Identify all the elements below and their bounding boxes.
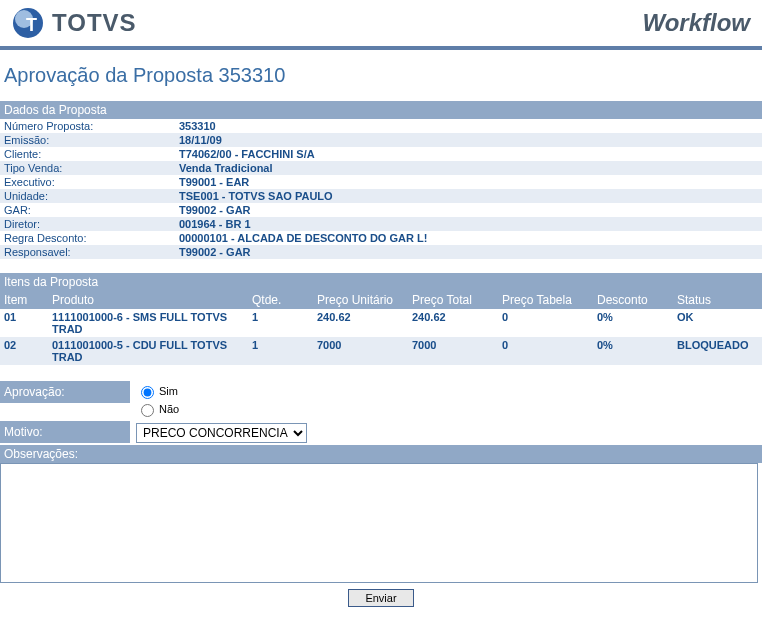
proposal-field-row: Responsavel:T99002 - GAR <box>0 245 762 259</box>
proposal-field-row: Número Proposta:353310 <box>0 119 762 133</box>
cell-produto: 0111001000-5 - CDU FULL TOTVS TRAD <box>48 337 248 365</box>
cell-preco_unitario: 7000 <box>313 337 408 365</box>
proposal-field-row: Regra Desconto:00000101 - ALCADA DE DESC… <box>0 231 762 245</box>
col-header-preco-unitario: Preço Unitário <box>313 291 408 309</box>
reason-label: Motivo: <box>0 421 130 443</box>
col-header-status: Status <box>673 291 758 309</box>
approval-label: Aprovação: <box>0 381 130 403</box>
cell-produto: 1111001000-6 - SMS FULL TOTVS TRAD <box>48 309 248 337</box>
proposal-field-label: Número Proposta: <box>0 119 175 133</box>
items-header-row: Item Produto Qtde. Preço Unitário Preço … <box>0 291 762 309</box>
brand-name: TOTVS <box>52 9 137 37</box>
reason-select[interactable]: PRECO CONCORRENCIA <box>136 423 307 443</box>
cell-preco_tabela: 0 <box>498 337 593 365</box>
proposal-field-label: GAR: <box>0 203 175 217</box>
approval-yes-option[interactable]: Sim <box>136 383 756 399</box>
cell-item: 02 <box>0 337 48 365</box>
approval-no-radio[interactable] <box>141 404 154 417</box>
items-body: 011111001000-6 - SMS FULL TOTVS TRAD1240… <box>0 309 762 365</box>
proposal-field-label: Cliente: <box>0 147 175 161</box>
proposal-field-label: Emissão: <box>0 133 175 147</box>
approval-no-text: Não <box>159 403 179 415</box>
proposal-field-value: 001964 - BR 1 <box>175 217 255 231</box>
proposal-field-label: Responsavel: <box>0 245 175 259</box>
cell-status: OK <box>673 309 758 337</box>
proposal-field-value: T99002 - GAR <box>175 203 255 217</box>
module-title: Workflow <box>642 9 750 37</box>
proposal-field-row: Unidade:TSE001 - TOTVS SAO PAULO <box>0 189 762 203</box>
submit-button[interactable]: Enviar <box>348 589 413 607</box>
observations-label: Observações: <box>0 445 762 463</box>
proposal-field-label: Regra Desconto: <box>0 231 175 245</box>
cell-desconto: 0% <box>593 309 673 337</box>
page-title: Aprovação da Proposta 353310 <box>0 50 762 101</box>
items-section-header: Itens da Proposta <box>0 273 762 291</box>
svg-text:T: T <box>26 15 37 35</box>
proposal-field-value: 00000101 - ALCADA DE DESCONTO DO GAR L! <box>175 231 431 245</box>
cell-status: BLOQUEADO <box>673 337 758 365</box>
col-header-qtde: Qtde. <box>248 291 313 309</box>
cell-preco_total: 240.62 <box>408 309 498 337</box>
proposal-field-row: Tipo Venda:Venda Tradicional <box>0 161 762 175</box>
cell-preco_tabela: 0 <box>498 309 593 337</box>
observations-textarea[interactable] <box>0 463 758 583</box>
proposal-field-value: TSE001 - TOTVS SAO PAULO <box>175 189 337 203</box>
col-header-produto: Produto <box>48 291 248 309</box>
proposal-field-label: Executivo: <box>0 175 175 189</box>
col-header-desconto: Desconto <box>593 291 673 309</box>
col-header-item: Item <box>0 291 48 309</box>
col-header-preco-tabela: Preço Tabela <box>498 291 593 309</box>
proposal-field-value: 353310 <box>175 119 220 133</box>
cell-item: 01 <box>0 309 48 337</box>
cell-qtde: 1 <box>248 309 313 337</box>
cell-desconto: 0% <box>593 337 673 365</box>
proposal-field-row: Emissão:18/11/09 <box>0 133 762 147</box>
proposal-section-header: Dados da Proposta <box>0 101 762 119</box>
cell-preco_unitario: 240.62 <box>313 309 408 337</box>
proposal-field-value: T99001 - EAR <box>175 175 253 189</box>
proposal-field-value: Venda Tradicional <box>175 161 277 175</box>
proposal-field-label: Tipo Venda: <box>0 161 175 175</box>
proposal-field-row: Executivo:T99001 - EAR <box>0 175 762 189</box>
brand-logo: T TOTVS <box>12 7 137 39</box>
cell-preco_total: 7000 <box>408 337 498 365</box>
proposal-field-label: Diretor: <box>0 217 175 231</box>
cell-qtde: 1 <box>248 337 313 365</box>
col-header-preco-total: Preço Total <box>408 291 498 309</box>
approval-no-option[interactable]: Não <box>136 401 756 417</box>
proposal-field-value: 18/11/09 <box>175 133 226 147</box>
proposal-field-row: GAR:T99002 - GAR <box>0 203 762 217</box>
table-row: 011111001000-6 - SMS FULL TOTVS TRAD1240… <box>0 309 762 337</box>
totvs-logo-icon: T <box>12 7 44 39</box>
approval-yes-text: Sim <box>159 385 178 397</box>
proposal-field-row: Diretor:001964 - BR 1 <box>0 217 762 231</box>
approval-form: Aprovação: Sim Não Motivo: PRECO CONCORR… <box>0 381 762 613</box>
approval-yes-radio[interactable] <box>141 386 154 399</box>
proposal-field-value: T74062/00 - FACCHINI S/A <box>175 147 319 161</box>
proposal-field-row: Cliente:T74062/00 - FACCHINI S/A <box>0 147 762 161</box>
proposal-field-label: Unidade: <box>0 189 175 203</box>
proposal-fields: Número Proposta:353310Emissão:18/11/09Cl… <box>0 119 762 259</box>
app-header: T TOTVS Workflow <box>0 0 762 50</box>
table-row: 020111001000-5 - CDU FULL TOTVS TRAD1700… <box>0 337 762 365</box>
proposal-field-value: T99002 - GAR <box>175 245 255 259</box>
